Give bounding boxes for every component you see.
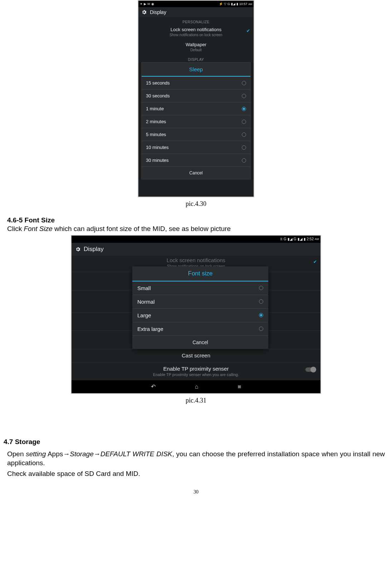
- signal-icon: ▮◢: [298, 237, 303, 241]
- heading-storage: 4.7 Storage: [4, 438, 385, 446]
- sleep-option[interactable]: 10 minutes: [142, 141, 250, 154]
- sleep-option[interactable]: 5 minutes: [142, 128, 250, 141]
- status-icon: G: [227, 2, 230, 6]
- clock-time: 10:57: [239, 2, 248, 6]
- status-bar: ⧖ G ▮◢ G ▮◢ ▮ 2:52 AM: [72, 236, 320, 243]
- option-label: 15 seconds: [146, 80, 170, 86]
- radio-icon: [242, 145, 246, 150]
- status-icon: ✦: [140, 2, 143, 6]
- row-cast-screen[interactable]: Cast screen: [72, 349, 320, 362]
- cancel-button[interactable]: Cancel: [142, 167, 250, 179]
- radio-icon: [242, 81, 246, 85]
- paragraph-storage-2: Check available space of SD Card and MID…: [7, 469, 385, 478]
- bluetooth-icon: ⧖: [280, 237, 283, 241]
- screen-title-bar: Display: [138, 7, 254, 17]
- option-label: 5 minutes: [146, 132, 166, 137]
- cancel-button[interactable]: Cancel: [132, 336, 268, 349]
- nav-bar: ↶ ⌂ ≡: [72, 380, 320, 393]
- row-title: Wallpaper: [142, 42, 250, 47]
- radio-icon: [259, 327, 263, 331]
- screenshot-sleep-dialog: ✦ ▶ ✉ ◉ ⚡ ▽ G ▮◢ ▮ 10:57 AM: [7, 0, 385, 197]
- status-icon: ▶: [144, 2, 146, 6]
- row-tp-proximity[interactable]: Enable TP proximity senser Enable TP pro…: [72, 362, 320, 380]
- arrow-icon: →: [94, 450, 101, 458]
- text-italic: Storage: [70, 450, 94, 458]
- sleep-option[interactable]: 1 minute: [142, 102, 250, 115]
- option-label: 10 minutes: [146, 145, 169, 150]
- text-italic: setting: [26, 450, 46, 458]
- font-size-dialog: Font size Small Normal Large Extra large: [132, 266, 268, 349]
- heading-font-size: 4.6-5 Font Size: [7, 216, 385, 224]
- radio-icon: [242, 158, 246, 163]
- dialog-title: Sleep: [142, 63, 250, 77]
- row-title: Enable TP proximity senser: [76, 366, 316, 372]
- home-icon[interactable]: ⌂: [195, 384, 199, 390]
- status-icon: ◉: [151, 2, 154, 6]
- sleep-option[interactable]: 2 minutes: [142, 115, 250, 128]
- page-number: 30: [7, 489, 385, 495]
- sleep-dialog: Sleep 15 seconds 30 seconds 1 minute 2 m…: [141, 62, 251, 179]
- screenshot-font-size-dialog: ⧖ G ▮◢ G ▮◢ ▮ 2:52 AM Display Lock scree…: [7, 235, 385, 394]
- sleep-option[interactable]: 15 seconds: [142, 77, 250, 90]
- figure-caption: pic.4.30: [7, 200, 385, 208]
- row-subtitle: Default: [142, 48, 250, 52]
- recents-icon[interactable]: ≡: [238, 383, 241, 390]
- screen-title-bar: Display: [72, 243, 320, 256]
- option-label: 30 minutes: [146, 158, 169, 163]
- phone-frame-2: ⧖ G ▮◢ G ▮◢ ▮ 2:52 AM Display Lock scree…: [71, 235, 321, 394]
- text: which can adjust font size of the MID, s…: [53, 225, 231, 232]
- radio-icon: [242, 107, 246, 111]
- status-icon: G: [294, 237, 297, 241]
- switch-icon[interactable]: [305, 367, 315, 372]
- clock-ampm: AM: [315, 237, 319, 241]
- option-label: Large: [137, 312, 151, 318]
- battery-icon: ▮: [304, 237, 306, 241]
- fontsize-option[interactable]: Large: [132, 309, 268, 322]
- clock-ampm: AM: [249, 3, 253, 5]
- signal-icon: ▮◢: [231, 2, 235, 6]
- option-label: 2 minutes: [146, 119, 166, 124]
- back-icon[interactable]: ↶: [151, 383, 156, 390]
- phone-frame-1: ✦ ▶ ✉ ◉ ⚡ ▽ G ▮◢ ▮ 10:57 AM: [138, 0, 254, 197]
- radio-icon: [259, 299, 263, 304]
- sleep-option[interactable]: 30 seconds: [142, 90, 250, 102]
- row-subtitle: Show notifications on lock screen: [142, 33, 250, 37]
- fontsize-option[interactable]: Extra large: [132, 322, 268, 336]
- option-label: Small: [137, 285, 151, 291]
- status-icon: ⚡: [219, 2, 223, 6]
- row-wallpaper[interactable]: Wallpaper Default: [138, 40, 254, 55]
- radio-icon: [242, 133, 246, 137]
- row-title: Cast screen: [76, 352, 316, 358]
- fontsize-option[interactable]: Normal: [132, 295, 268, 309]
- status-icon: G: [284, 237, 286, 241]
- sleep-option[interactable]: 30 minutes: [142, 154, 250, 167]
- option-label: 1 minute: [146, 106, 164, 111]
- radio-icon: [242, 94, 246, 98]
- screen-title: Display: [84, 246, 104, 253]
- screen-title: Display: [150, 9, 166, 15]
- option-label: Normal: [137, 299, 155, 305]
- radio-icon: [259, 286, 263, 290]
- gear-icon: [75, 246, 81, 252]
- category-display: DISPLAY: [138, 55, 254, 62]
- fontsize-option[interactable]: Small: [132, 281, 268, 295]
- radio-icon: [259, 313, 263, 317]
- check-icon: ✔: [246, 28, 250, 33]
- radio-icon: [242, 120, 246, 124]
- text: Click: [7, 225, 24, 232]
- text: Open: [7, 450, 26, 458]
- clock-time: 2:52: [307, 237, 314, 241]
- signal-icon: ▮◢: [288, 237, 293, 241]
- text-italic: DEFAULT WRITE DISK: [101, 450, 172, 458]
- option-label: 30 seconds: [146, 93, 170, 98]
- option-label: Extra large: [137, 326, 163, 332]
- text: Apps: [46, 450, 63, 458]
- row-lock-screen-notifications[interactable]: Lock screen notifications Show notificat…: [138, 25, 254, 40]
- paragraph-storage-1: Open setting Apps→Storage→DEFAULT WRITE …: [7, 449, 385, 468]
- paragraph-font-size: Click Font Size which can adjust font si…: [7, 224, 385, 233]
- row-title: Lock screen notifications: [76, 257, 316, 263]
- row-title: Lock screen notifications: [142, 27, 250, 32]
- gear-icon: [141, 9, 147, 15]
- category-personalize: PERSONALIZE: [138, 17, 254, 25]
- check-icon: ✔: [313, 259, 317, 264]
